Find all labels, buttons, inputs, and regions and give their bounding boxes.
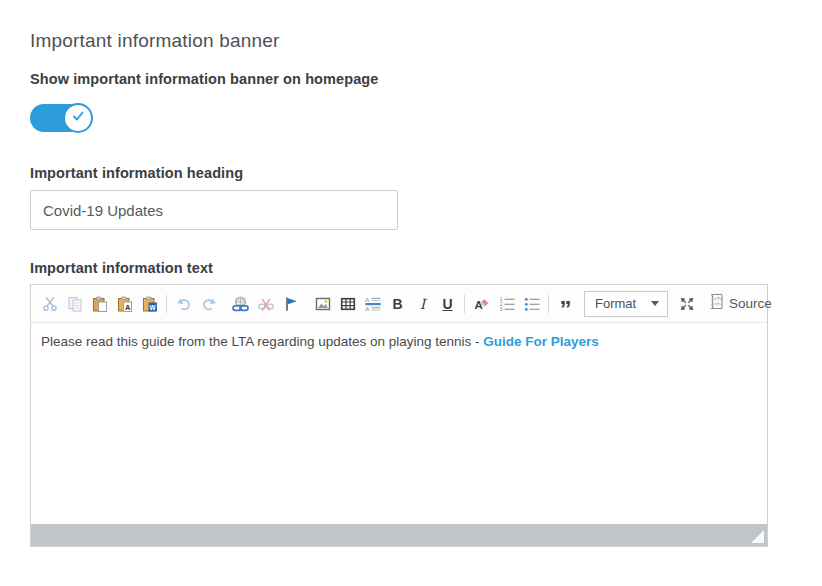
- italic-button[interactable]: I: [410, 291, 435, 317]
- toolbar-separator: [166, 295, 167, 313]
- editor-paragraph-text: Please read this guide from the LTA rega…: [41, 334, 483, 349]
- numbered-list-icon[interactable]: 1 2 3: [494, 291, 519, 317]
- link-icon[interactable]: [228, 291, 253, 317]
- paste-icon[interactable]: [87, 291, 112, 317]
- guide-for-players-link[interactable]: Guide For Players: [483, 334, 599, 349]
- maximize-icon[interactable]: [674, 291, 699, 317]
- editor-content-area[interactable]: Please read this guide from the LTA rega…: [31, 323, 767, 524]
- banner-toggle-label: Show important information banner on hom…: [30, 71, 822, 87]
- format-dropdown-label: Format: [595, 296, 636, 311]
- page-title: Important information banner: [30, 30, 822, 52]
- bulleted-list-icon[interactable]: [519, 291, 544, 317]
- svg-text:A: A: [125, 302, 131, 311]
- editor-bottom-bar: [31, 524, 767, 546]
- checkmark-icon: [71, 109, 85, 127]
- horizontal-rule-icon[interactable]: A A: [360, 291, 385, 317]
- image-icon[interactable]: [310, 291, 335, 317]
- source-button[interactable]: <?> </> Source: [706, 293, 774, 314]
- unlink-icon[interactable]: [253, 291, 278, 317]
- chevron-down-icon: [651, 301, 659, 306]
- svg-text:<?>: <?>: [714, 297, 722, 302]
- svg-text:3: 3: [499, 307, 502, 312]
- bold-button[interactable]: B: [385, 291, 410, 317]
- format-dropdown[interactable]: Format: [584, 291, 668, 317]
- anchor-flag-icon[interactable]: [278, 291, 303, 317]
- source-button-label: Source: [729, 296, 772, 311]
- editor-resize-handle[interactable]: [751, 530, 764, 543]
- undo-icon[interactable]: [171, 291, 196, 317]
- toolbar-separator: [548, 295, 549, 313]
- editor-toolbar: A W: [31, 285, 767, 323]
- paste-from-word-icon[interactable]: W: [137, 291, 162, 317]
- blockquote-button[interactable]: ”: [553, 291, 578, 317]
- heading-input[interactable]: [30, 190, 398, 230]
- heading-field-label: Important information heading: [30, 165, 822, 181]
- underline-button[interactable]: U: [435, 291, 460, 317]
- svg-text:W: W: [149, 303, 156, 310]
- toggle-knob: [63, 103, 93, 133]
- italic-label: I: [420, 296, 426, 312]
- blockquote-icon: ”: [560, 293, 572, 315]
- cut-icon[interactable]: [37, 291, 62, 317]
- table-icon[interactable]: [335, 291, 360, 317]
- svg-text:A: A: [474, 299, 482, 311]
- rich-text-editor: A W: [30, 284, 768, 547]
- redo-icon[interactable]: [196, 291, 221, 317]
- settings-panel: Important information banner Show import…: [0, 0, 822, 586]
- svg-text:A: A: [365, 296, 369, 302]
- remove-format-icon[interactable]: A: [469, 291, 494, 317]
- copy-icon[interactable]: [62, 291, 87, 317]
- paste-plain-text-icon[interactable]: A: [112, 291, 137, 317]
- editor-field-label: Important information text: [30, 260, 822, 276]
- svg-text:</>: </>: [714, 302, 721, 307]
- toolbar-separator: [464, 295, 465, 313]
- bold-label: B: [392, 296, 402, 312]
- svg-text:A: A: [365, 306, 369, 312]
- source-code-icon: <?> </>: [708, 293, 725, 314]
- underline-label: U: [442, 296, 452, 312]
- banner-toggle-switch[interactable]: [30, 103, 92, 133]
